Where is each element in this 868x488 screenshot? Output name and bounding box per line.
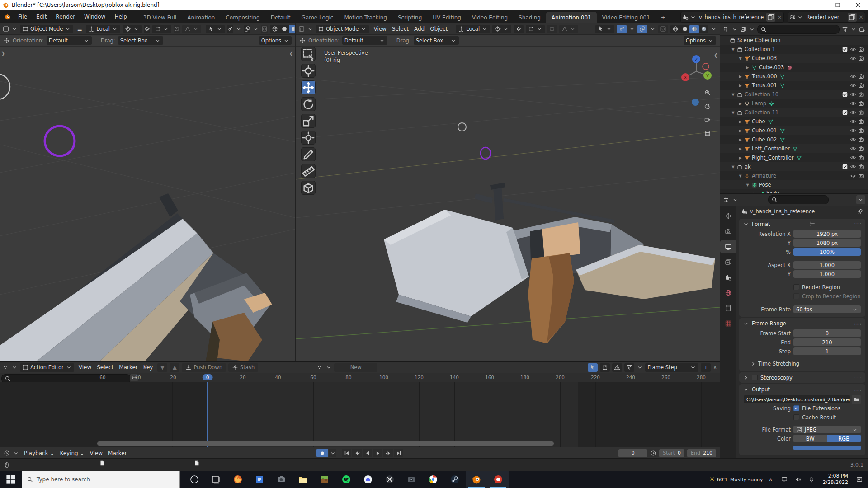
outliner-item-label[interactable]: Right_Controller (752, 155, 794, 161)
taskbar-app-chrome[interactable] (422, 471, 444, 488)
weather-icon[interactable]: ☀ (709, 475, 715, 483)
cam-x-toggle[interactable] (857, 91, 865, 98)
maximize-button[interactable] (827, 0, 848, 10)
falloff-dropdown[interactable] (559, 25, 578, 33)
taskbar-app-camera2[interactable] (401, 471, 422, 488)
eye-toggle[interactable] (849, 118, 857, 125)
playback-menu-keying[interactable]: Keying ⌄ (57, 450, 86, 456)
outliner-row-collection-1[interactable]: ▼Collection 1 (720, 45, 868, 54)
chevron-down-icon[interactable] (711, 26, 717, 32)
outliner-item-label[interactable]: Scene Collection (737, 37, 781, 43)
chevron-down-icon[interactable] (11, 364, 18, 371)
disclosure-icon[interactable]: ▼ (730, 111, 736, 115)
play-reverse-button[interactable] (363, 449, 372, 457)
snap-settings-dropdown[interactable] (526, 25, 545, 33)
taskbar-app-camera[interactable] (270, 471, 292, 488)
action-menu-select[interactable]: Select (94, 364, 116, 371)
taskbar-app-task-view[interactable] (205, 471, 227, 488)
editor-type-icon[interactable] (723, 197, 729, 203)
tool-transform-button[interactable] (301, 131, 316, 145)
taskbar-app-recorder[interactable] (487, 471, 509, 488)
cam-toggle[interactable] (857, 127, 865, 134)
chevron-down-icon[interactable] (731, 26, 738, 33)
outliner-item-label[interactable]: Collection 11 (745, 109, 778, 116)
tray-mic-icon[interactable] (806, 471, 817, 488)
eye-toggle[interactable] (849, 91, 857, 98)
scene-icon[interactable] (681, 14, 690, 20)
horizontal-scrollbar[interactable] (97, 441, 554, 446)
weather-text[interactable]: 60°F Mostly sunny (717, 477, 763, 483)
shading-solid-button[interactable] (680, 25, 689, 33)
outliner-row-pose[interactable]: ▼Pose (720, 180, 868, 189)
new-collection-icon[interactable] (859, 26, 865, 33)
action-menu-view[interactable]: View (76, 364, 94, 371)
shading-wireframe-button[interactable] (270, 25, 279, 33)
push-down-button[interactable]: Push Down (182, 363, 226, 372)
purple-rig-ring-small[interactable] (481, 147, 491, 159)
taskbar-app-spotify[interactable] (335, 471, 357, 488)
outliner-row-cube-003[interactable]: ▼Cube.003 (720, 54, 868, 63)
resolution-x-field[interactable]: 1920 px (793, 230, 861, 238)
playback-menu-marker[interactable]: Marker (106, 450, 129, 456)
chevron-down-icon[interactable] (253, 26, 259, 32)
disclosure-icon[interactable]: ▼ (730, 93, 736, 97)
editor-type-icon[interactable] (298, 26, 305, 32)
jump-to-end-button[interactable] (394, 449, 403, 457)
workspace-tab-compositing[interactable]: Compositing (220, 12, 265, 23)
workspace-tab-motion-tracking[interactable]: Motion Tracking (339, 12, 392, 23)
playback-menu-playback[interactable]: Playback ⌄ (22, 450, 57, 456)
frame-end-field[interactable]: 210 (793, 338, 861, 346)
navigation-gizmo[interactable]: Z X Y (678, 50, 714, 90)
resolution-y-field[interactable]: 1080 px (793, 239, 861, 247)
pan-hand-icon[interactable] (702, 100, 713, 112)
color-rgb-button[interactable]: RGB (827, 435, 861, 442)
gizmo-minus-axis[interactable] (703, 63, 709, 70)
crop-render-region-checkbox[interactable] (793, 293, 799, 299)
jump-to-start-button[interactable] (342, 449, 351, 457)
taskbar-app-steam[interactable] (444, 471, 466, 488)
properties-tab-texture[interactable] (720, 317, 736, 330)
eye-toggle[interactable] (849, 136, 857, 143)
pivot-dropdown[interactable] (492, 25, 511, 33)
playhead[interactable] (207, 382, 208, 447)
workspace-tab-3d-view-full[interactable]: 3D View Full (138, 12, 182, 23)
channel-search-input[interactable] (1, 374, 131, 383)
workspace-tab-video-editing-001[interactable]: Video Editing.001 (597, 12, 656, 23)
next-keyframe-button[interactable] (383, 449, 393, 457)
prev-keyframe-button[interactable] (352, 449, 362, 457)
check-toggle[interactable] (841, 109, 849, 116)
display-mode-icon[interactable] (740, 26, 746, 33)
outliner-item-label[interactable]: Left_Controller (752, 145, 790, 152)
chevron-down-icon[interactable] (629, 26, 635, 32)
disclosure-icon[interactable]: ▶ (737, 102, 743, 106)
outliner-row-cube[interactable]: ▶Cube (720, 117, 868, 126)
taskbar-app-bluedoc[interactable] (249, 471, 270, 488)
viewlayer-remove-icon[interactable]: × (857, 14, 865, 20)
stereoscopy-panel-header[interactable]: Stereoscopy :::: (739, 372, 865, 383)
chevron-down-icon[interactable] (326, 364, 332, 371)
start-button[interactable] (0, 471, 22, 488)
shading-material-button[interactable] (289, 25, 295, 33)
tool-annotate-button[interactable] (301, 147, 316, 161)
filters-toggle[interactable] (624, 363, 634, 372)
auto-key-button[interactable] (316, 449, 328, 457)
show-hidden-toggle[interactable] (600, 363, 610, 372)
taskbar-search[interactable]: Type here to search (22, 471, 180, 488)
action-menu-marker[interactable]: Marker (117, 364, 140, 371)
stereoscopy-checkbox[interactable] (752, 375, 758, 380)
aspect-x-field[interactable]: 1.000 (793, 261, 861, 269)
mode-dropdown[interactable]: Object Mode (20, 25, 73, 33)
viewport-menu-view[interactable]: View (371, 26, 388, 32)
disclosure-icon[interactable]: ▼ (737, 56, 743, 61)
file-extensions-checkbox[interactable]: ✓ (793, 405, 799, 411)
menu-edit[interactable]: Edit (32, 10, 51, 23)
scene-name[interactable]: v_hands_ins_h_reference (696, 14, 766, 20)
end-frame-field[interactable]: End210 (687, 449, 716, 457)
check-toggle[interactable] (841, 164, 849, 170)
eye-toggle[interactable] (849, 127, 857, 134)
chevron-down-icon[interactable] (797, 14, 803, 20)
visibility-dropdown[interactable] (206, 25, 225, 33)
workspace-tab-uv-editing[interactable]: UV Editing (427, 12, 467, 23)
overlays-toggle[interactable] (637, 25, 647, 33)
cam-toggle[interactable] (857, 164, 865, 170)
